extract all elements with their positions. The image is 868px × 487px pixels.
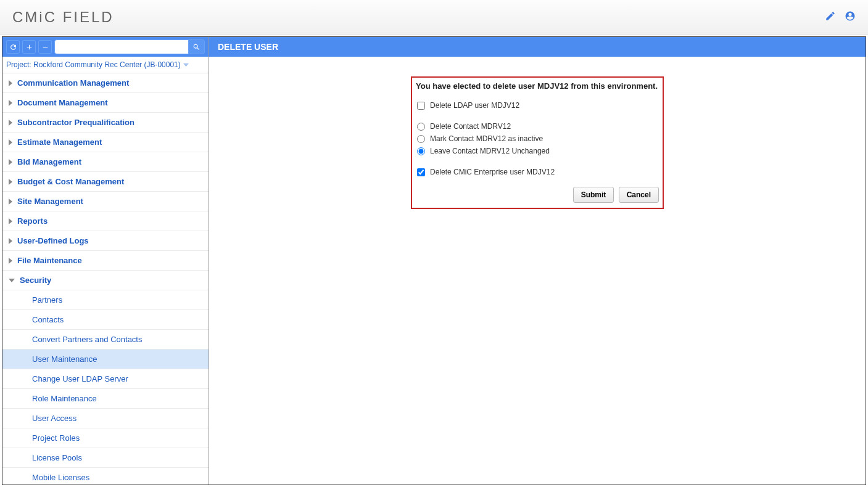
collapse-all-button[interactable] [38, 40, 52, 54]
contact-radio-label: Mark Contact MDRV12 as inactive [430, 134, 543, 143]
edit-icon[interactable] [825, 10, 836, 23]
nav-child-label: Mobile Licenses [32, 473, 89, 482]
user-icon[interactable] [845, 10, 856, 23]
enterprise-delete-option[interactable]: Delete CMiC Enterprise user MDJV12 [416, 166, 659, 178]
nav-node-label: Subcontractor Prequalification [17, 118, 134, 127]
nav-child-label: User Access [32, 414, 76, 423]
nav-node-subcontractor-prequalification[interactable]: Subcontractor Prequalification [2, 113, 209, 133]
contact-radio-inactive[interactable] [417, 135, 425, 143]
sidebar: Project: Rockford Community Rec Center (… [2, 37, 209, 485]
caret-right-icon [9, 159, 12, 165]
nav-node-user-defined-logs[interactable]: User-Defined Logs [2, 231, 209, 251]
nav-node-site-management[interactable]: Site Management [2, 192, 209, 211]
contact-radio-delete[interactable] [417, 123, 425, 131]
nav-child-label: Role Maintenance [32, 394, 97, 403]
caret-right-icon [9, 238, 12, 244]
cancel-button[interactable]: Cancel [619, 187, 659, 203]
nav-node-label: Estimate Management [17, 137, 102, 147]
contact-option-inactive[interactable]: Mark Contact MDRV12 as inactive [416, 133, 659, 145]
dialog-message: You have elected to delete user MDJV12 f… [416, 81, 659, 91]
nav-node-reports[interactable]: Reports [2, 211, 209, 231]
main-body: You have elected to delete user MDJV12 f… [209, 57, 866, 485]
header-icon-group [825, 10, 856, 23]
nav-child-user-maintenance[interactable]: User Maintenance [2, 350, 209, 369]
nav-child-convert-partners-contacts[interactable]: Convert Partners and Contacts [2, 330, 209, 350]
ldap-delete-label: Delete LDAP user MDJV12 [430, 101, 519, 110]
submit-button[interactable]: Submit [573, 187, 614, 203]
nav-child-change-user-ldap-server[interactable]: Change User LDAP Server [2, 369, 209, 389]
nav-node-label: Security [20, 276, 51, 285]
project-label: Project: Rockford Community Rec Center (… [6, 60, 181, 69]
dialog-button-row: Submit Cancel [416, 187, 659, 203]
nav-node-label: Budget & Cost Management [17, 177, 124, 186]
nav-child-contacts[interactable]: Contacts [2, 310, 209, 330]
delete-user-dialog: You have elected to delete user MDJV12 f… [411, 76, 664, 209]
nav-child-label: Convert Partners and Contacts [32, 335, 142, 344]
caret-right-icon [9, 120, 12, 126]
nav-node-label: Document Management [17, 98, 108, 107]
nav-node-bid-management[interactable]: Bid Management [2, 152, 209, 172]
nav-child-mobile-licenses[interactable]: Mobile Licenses [2, 468, 209, 485]
contact-radio-label: Leave Contact MDRV12 Unchanged [430, 147, 550, 155]
nav-child-user-access[interactable]: User Access [2, 409, 209, 428]
nav-node-label: Bid Management [17, 157, 81, 166]
nav-child-label: User Maintenance [32, 354, 97, 364]
nav-node-label: File Maintenance [17, 256, 82, 265]
enterprise-delete-checkbox[interactable] [417, 168, 425, 176]
main-panel: DELETE USER You have elected to delete u… [209, 37, 866, 485]
enterprise-delete-label: Delete CMiC Enterprise user MDJV12 [430, 168, 555, 176]
nav-child-partners[interactable]: Partners [2, 290, 209, 310]
caret-right-icon [9, 218, 12, 224]
nav-node-label: Communication Management [17, 78, 129, 88]
nav-node-estimate-management[interactable]: Estimate Management [2, 133, 209, 152]
contact-option-unchanged[interactable]: Leave Contact MDRV12 Unchanged [416, 145, 659, 157]
nav-child-label: License Pools [32, 453, 82, 462]
app-title: CMiC FIELD [12, 9, 114, 26]
nav-node-security[interactable]: Security [2, 271, 209, 290]
nav-child-role-maintenance[interactable]: Role Maintenance [2, 389, 209, 409]
refresh-button[interactable] [6, 40, 20, 54]
expand-all-button[interactable] [22, 40, 36, 54]
ldap-delete-option[interactable]: Delete LDAP user MDJV12 [416, 99, 659, 112]
search-input[interactable] [54, 39, 189, 54]
nav-child-label: Change User LDAP Server [32, 374, 128, 383]
contact-radio-unchanged[interactable] [417, 147, 425, 155]
nav-node-label: User-Defined Logs [17, 236, 89, 245]
chevron-down-icon [183, 62, 189, 68]
ldap-delete-checkbox[interactable] [417, 102, 425, 110]
sidebar-toolbar [2, 37, 209, 57]
nav-node-communication-management[interactable]: Communication Management [2, 73, 209, 93]
nav-node-budget-cost-management[interactable]: Budget & Cost Management [2, 172, 209, 192]
nav-tree: Communication Management Document Manage… [2, 73, 209, 485]
nav-node-label: Site Management [17, 197, 83, 206]
nav-child-label: Contacts [32, 315, 64, 324]
nav-node-file-maintenance[interactable]: File Maintenance [2, 251, 209, 271]
nav-node-label: Reports [17, 216, 48, 226]
caret-right-icon [9, 198, 12, 205]
nav-child-label: Project Roles [32, 433, 80, 443]
contact-option-delete[interactable]: Delete Contact MDRV12 [416, 120, 659, 133]
contact-radio-label: Delete Contact MDRV12 [430, 122, 511, 131]
search-button[interactable] [189, 39, 205, 54]
app-header: CMiC FIELD [0, 0, 868, 35]
nav-child-label: Partners [32, 295, 62, 305]
caret-right-icon [9, 100, 12, 106]
app-frame: Project: Rockford Community Rec Center (… [2, 36, 866, 485]
search-wrap [54, 39, 205, 54]
page-title: DELETE USER [209, 37, 866, 57]
nav-child-project-roles[interactable]: Project Roles [2, 428, 209, 448]
project-selector[interactable]: Project: Rockford Community Rec Center (… [2, 57, 209, 73]
caret-down-icon [9, 279, 15, 282]
caret-right-icon [9, 258, 12, 264]
caret-right-icon [9, 139, 12, 145]
nav-node-document-management[interactable]: Document Management [2, 93, 209, 113]
caret-right-icon [9, 80, 12, 86]
caret-right-icon [9, 179, 12, 185]
nav-child-license-pools[interactable]: License Pools [2, 448, 209, 468]
